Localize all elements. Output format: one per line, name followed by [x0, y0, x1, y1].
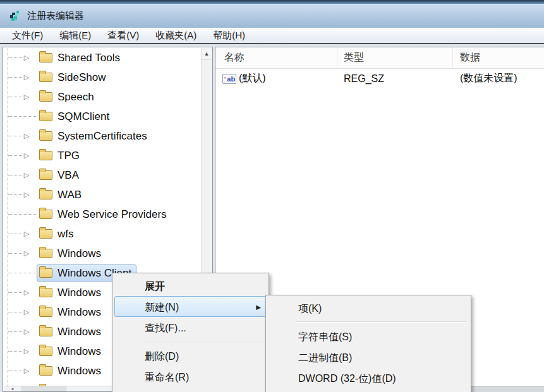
menubar-item-help[interactable]: 帮助(H) — [205, 28, 253, 44]
tree-item-label: Windows — [57, 247, 101, 260]
menu-item[interactable]: 删除(D) — [114, 345, 267, 366]
folder-icon — [39, 307, 52, 317]
expand-arrow-icon[interactable]: ▷ — [21, 185, 32, 205]
menu-item-label: 查找(F)... — [145, 323, 186, 333]
tree-item-box: Speech — [37, 88, 99, 105]
menu-item[interactable]: 二进制值(B) — [268, 347, 469, 367]
tree-item[interactable]: ▷ Windows — [3, 244, 201, 263]
column-header-name[interactable]: 名称 — [215, 47, 337, 68]
tree-item-box: Web Service Providers — [37, 206, 172, 223]
menu-item[interactable]: 重命名(R) — [114, 366, 267, 387]
menu-item-label: 二进制值(B) — [298, 352, 352, 363]
folder-icon — [39, 112, 52, 121]
tree-item[interactable]: ▷ Web Service Providers — [3, 205, 201, 224]
tree-item[interactable]: ▷ SideShow — [3, 68, 201, 87]
menubar-item-favorites[interactable]: 收藏夹(A) — [147, 28, 205, 44]
expand-arrow-icon[interactable]: ▷ — [21, 283, 32, 302]
expand-arrow-icon[interactable]: ▷ — [21, 244, 32, 263]
tree-item-box: VBA — [37, 167, 84, 184]
expand-arrow-icon[interactable]: ▷ — [21, 224, 32, 244]
menu-item-label: 项(K) — [298, 303, 322, 314]
tree-item-label: SQMClient — [57, 110, 109, 123]
folder-icon — [39, 131, 52, 141]
column-header-data[interactable]: 数据 — [453, 47, 544, 68]
column-header-type[interactable]: 类型 — [337, 47, 453, 68]
tree-item-box: Windows — [37, 284, 106, 301]
tree-item-label: SideShow — [57, 71, 106, 84]
tree-item[interactable]: ▷ WAB — [3, 185, 201, 205]
tree-item-label: wfs — [57, 228, 74, 241]
folder-icon — [39, 288, 52, 297]
tree-item[interactable]: ▷ Shared Tools — [3, 48, 201, 68]
folder-icon — [39, 73, 52, 82]
tree-item-box: Windows — [37, 323, 106, 340]
folder-icon — [39, 151, 52, 160]
expand-arrow-icon[interactable]: ▷ — [21, 342, 32, 361]
folder-icon — [39, 347, 52, 356]
menu-item-label: 字符串值(S) — [298, 331, 352, 342]
tree-item[interactable]: ▷ SystemCertificates — [3, 126, 201, 146]
menubar-item-view[interactable]: 查看(V) — [99, 28, 147, 44]
menu-item[interactable]: 查找(F)... — [114, 317, 267, 338]
submenu-arrow-icon: ▶ — [256, 297, 261, 318]
menu-item-label: 展开 — [145, 281, 165, 292]
menubar-item-file[interactable]: 文件(F) — [4, 28, 51, 44]
tree-item[interactable]: ▷ TPG — [3, 146, 201, 165]
folder-icon — [39, 366, 52, 376]
tree-item-box: Shared Tools — [37, 49, 125, 66]
tree-item-label: Windows — [57, 287, 101, 299]
menu-item[interactable]: 新建(N) ▶ — [114, 296, 267, 317]
value-row[interactable]: ab (默认) REG_SZ (数值未设置) — [215, 69, 544, 88]
tree-item-label: Web Service Providers — [57, 208, 167, 221]
tree-item[interactable]: ▷ Speech — [3, 87, 201, 107]
new-submenu: 项(K) 字符串值(S) 二进制值(B) DWORD (32-位)值(D) — [265, 295, 471, 392]
tree-item-label: Windows — [57, 306, 101, 319]
expand-arrow-icon[interactable]: ▷ — [21, 322, 32, 342]
menu-item-label: 新建(N) — [145, 302, 179, 312]
tree-item-box: Windows — [37, 304, 106, 321]
tree-item[interactable]: ▷ VBA — [3, 165, 201, 185]
folder-icon — [39, 92, 52, 102]
value-type: REG_SZ — [337, 73, 453, 85]
folder-icon — [39, 170, 52, 180]
tree-item-label: Speech — [57, 91, 94, 104]
tree-item-label: SystemCertificates — [57, 130, 147, 143]
expand-arrow-icon[interactable]: ▷ — [21, 146, 32, 165]
tree-item-box: wfs — [37, 225, 79, 242]
scroll-left-icon: ◄ — [11, 387, 15, 391]
expand-arrow-icon[interactable]: ▷ — [21, 165, 32, 185]
menubar-item-edit[interactable]: 编辑(E) — [51, 28, 99, 44]
expand-arrow-icon[interactable]: ▷ — [21, 48, 32, 68]
expand-arrow-icon[interactable]: ▷ — [21, 302, 32, 322]
scroll-up-button[interactable]: ▲ — [202, 48, 212, 60]
tree-item-box: Windows — [37, 343, 106, 360]
folder-icon — [39, 210, 52, 219]
tree-item-box: Windows — [37, 245, 106, 262]
expand-arrow-icon[interactable]: ▷ — [21, 381, 32, 386]
tree-item-label: WAB — [57, 189, 82, 201]
menu-item[interactable]: 项(K) — [268, 297, 469, 318]
menu-item-label: 重命名(R) — [145, 372, 189, 383]
tree-item-label: Windows — [57, 345, 101, 358]
menu-item[interactable]: 字符串值(S) — [268, 326, 469, 347]
menu-bar: 文件(F)编辑(E)查看(V)收藏夹(A)帮助(H) — [0, 28, 544, 44]
tree-item-box: SideShow — [37, 69, 111, 86]
tree-item[interactable]: ▷ wfs — [3, 224, 201, 244]
expand-arrow-icon[interactable]: ▷ — [21, 361, 32, 381]
folder-icon — [39, 249, 52, 258]
title-bar[interactable]: 注册表编辑器 — [0, 4, 544, 28]
tree-item-label: Windows — [57, 326, 101, 338]
scroll-left-button[interactable]: ◄ — [4, 386, 21, 391]
expand-arrow-icon[interactable]: ▷ — [21, 68, 32, 87]
menu-item[interactable]: DWORD (32-位)值(D) — [268, 367, 469, 388]
folder-icon — [39, 268, 52, 278]
scroll-thumb[interactable] — [22, 386, 66, 391]
expand-arrow-icon[interactable]: ▷ — [21, 126, 32, 146]
menu-item[interactable]: 展开 — [114, 275, 267, 296]
tree-item-box: Windows — [37, 362, 106, 379]
tree-item[interactable]: ▷ SQMClient — [3, 107, 201, 126]
menu-separator — [114, 338, 267, 345]
expand-arrow-icon[interactable]: ▷ — [21, 87, 32, 107]
folder-icon — [39, 327, 52, 336]
tree-item-box: WAB — [37, 186, 87, 203]
